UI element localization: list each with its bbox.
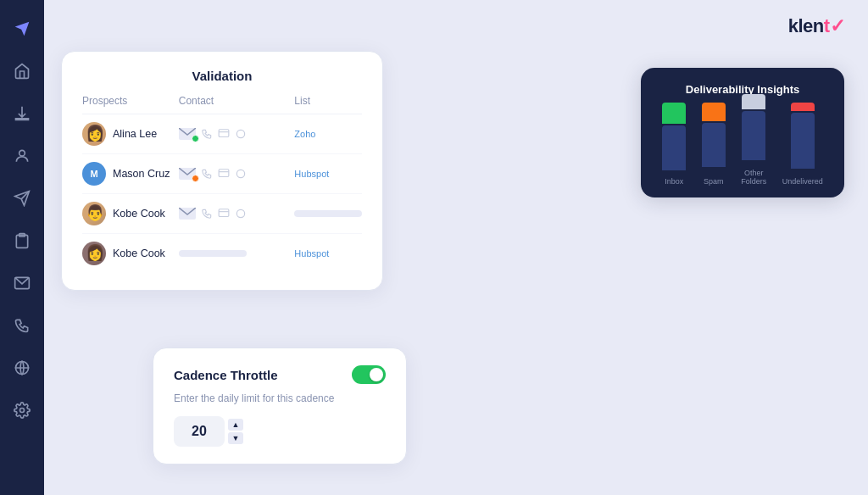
sidebar-icon-settings[interactable]	[10, 398, 34, 422]
avatar	[82, 122, 106, 146]
throttle-card: Cadence Throttle Enter the daily limit f…	[153, 348, 407, 464]
bar-group-undelivered: Undelivered	[782, 103, 823, 186]
svg-rect-9	[219, 130, 229, 137]
bar-green	[662, 103, 686, 124]
prospect-name: Alina Lee	[113, 128, 157, 140]
bar-label-other: OtherFolders	[741, 169, 766, 186]
avatar	[82, 242, 106, 265]
col-prospects: Prospects	[82, 95, 179, 107]
bar-stack	[742, 94, 765, 162]
prospect-name: Mason Cruz	[113, 168, 170, 180]
link-icon	[235, 208, 247, 220]
stepper-up[interactable]: ▲	[228, 419, 243, 431]
message-icon	[218, 168, 230, 180]
col-contact: Contact	[179, 95, 295, 107]
svg-point-11	[236, 130, 244, 137]
table-row: Kobe Cook	[82, 194, 362, 234]
loading-bar-contact	[179, 250, 247, 257]
prospect-name: Kobe Cook	[113, 248, 165, 259]
prospect-info: M Mason Cruz	[82, 162, 179, 186]
svg-point-19	[236, 209, 244, 217]
table-row: Alina Lee Zoho	[82, 114, 362, 154]
bar-label-spam: Spam	[704, 177, 724, 186]
logo-accent: t	[824, 15, 830, 36]
throttle-header: Cadence Throttle	[174, 365, 386, 384]
bar-label-inbox: Inbox	[665, 177, 683, 186]
phone-icon	[201, 128, 213, 140]
link-icon	[235, 168, 247, 180]
link-icon	[235, 128, 247, 140]
sidebar-icon-clipboard[interactable]	[10, 229, 34, 253]
logo-check: ✓	[830, 15, 845, 36]
bar-stack	[702, 103, 726, 170]
table-row: Kobe Cook Hubspot	[82, 234, 362, 273]
email-icon	[179, 208, 196, 220]
contact-icons	[179, 128, 295, 140]
bar-dark	[791, 113, 815, 169]
bar-group-inbox: Inbox	[662, 103, 686, 186]
list-tag[interactable]: Zoho	[294, 129, 362, 139]
stepper: ▲ ▼	[228, 419, 243, 444]
email-badge-orange	[192, 175, 199, 182]
bar-orange	[702, 103, 726, 121]
avatar	[82, 202, 106, 225]
table-header: Prospects Contact List	[82, 95, 362, 114]
sidebar-icon-globe[interactable]	[10, 356, 34, 380]
prospect-info: Kobe Cook	[82, 202, 179, 225]
insights-card: Deliverability Insights Inbox Spam Other…	[641, 68, 844, 197]
email-badge-green	[192, 135, 199, 142]
contact-icons	[179, 208, 294, 220]
svg-point-15	[236, 170, 244, 177]
svg-rect-17	[219, 209, 229, 217]
sidebar	[0, 0, 44, 495]
validation-card: Validation Prospects Contact List Alina …	[61, 51, 383, 291]
bar-lightgray	[742, 94, 765, 109]
throttle-description: Enter the daily limit for this cadence	[174, 392, 386, 404]
svg-point-7	[20, 409, 25, 413]
col-list: List	[294, 95, 362, 107]
svg-point-0	[19, 150, 25, 156]
bar-stack	[791, 103, 815, 170]
validation-title: Validation	[82, 69, 362, 83]
list-tag[interactable]: Hubspot	[294, 169, 362, 179]
bar-group-other: OtherFolders	[741, 94, 766, 186]
bars-container: Inbox Spam OtherFolders Undelivered	[658, 109, 827, 186]
bar-group-spam: Spam	[702, 103, 726, 186]
table-row: M Mason Cruz Hubspot	[82, 154, 362, 194]
svg-rect-13	[219, 170, 229, 177]
email-icon-wrap[interactable]	[179, 128, 196, 140]
phone-icon	[201, 168, 213, 180]
bar-stack	[662, 103, 686, 170]
bar-dark	[702, 123, 726, 167]
prospect-info: Kobe Cook	[82, 242, 179, 265]
list-tag[interactable]: Hubspot	[294, 248, 362, 259]
avatar: M	[82, 162, 106, 186]
email-icon-wrap[interactable]	[179, 208, 196, 220]
klenty-logo: klent✓	[788, 15, 844, 37]
stepper-down[interactable]: ▼	[228, 432, 243, 444]
prospect-info: Alina Lee	[82, 122, 179, 146]
message-icon	[218, 208, 230, 220]
throttle-title: Cadence Throttle	[174, 368, 278, 382]
sidebar-icon-send[interactable]	[10, 17, 34, 41]
bar-dark	[742, 111, 765, 160]
message-icon	[218, 128, 230, 140]
sidebar-icon-download[interactable]	[10, 102, 34, 125]
number-input: 20 ▲ ▼	[174, 416, 386, 447]
email-icon-wrap[interactable]	[179, 168, 196, 180]
contact-icons	[179, 168, 295, 180]
sidebar-icon-home[interactable]	[10, 59, 34, 83]
sidebar-icon-mail[interactable]	[10, 271, 34, 295]
number-value: 20	[174, 416, 225, 447]
sidebar-icon-phone[interactable]	[10, 314, 34, 337]
sidebar-icon-send2[interactable]	[10, 186, 34, 210]
contact-icons	[179, 250, 295, 257]
prospect-name: Kobe Cook	[113, 208, 165, 220]
sidebar-icon-user[interactable]	[10, 144, 34, 168]
bar-dark	[662, 125, 686, 170]
bar-red	[791, 103, 815, 111]
bar-label-undelivered: Undelivered	[782, 177, 823, 186]
loading-bar	[294, 210, 362, 217]
toggle-switch[interactable]	[352, 365, 386, 384]
phone-icon	[201, 208, 213, 220]
